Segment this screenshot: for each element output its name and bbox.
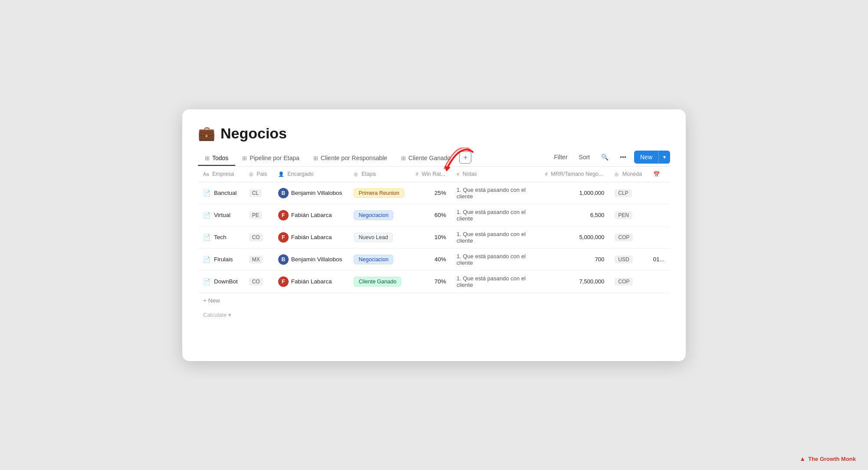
filter-label: Filter — [554, 154, 567, 161]
etapa-cell-4[interactable]: Cliente Ganado — [349, 270, 410, 293]
pais-cell-1[interactable]: PE — [244, 204, 273, 226]
moneda-badge: CLP — [615, 189, 631, 197]
mrr-cell-4[interactable]: 7,500,000 — [540, 270, 610, 293]
calculate-row[interactable]: Calculate ▾ — [198, 308, 670, 322]
pais-cell-2[interactable]: CO — [244, 226, 273, 248]
notas-cell-1[interactable]: 1. Que está pasando con el cliente — [451, 204, 540, 226]
table-row[interactable]: 📄 Virtual PE F Fabián Labarca Negociacio… — [198, 204, 670, 226]
encargado-avatar: F — [278, 276, 289, 287]
moneda-cell-2[interactable]: COP — [609, 226, 648, 248]
app-container: 💼 Negocios ⊞ Todos ⊞ Pipeline por Etapa … — [182, 109, 686, 361]
tab-todos-label: Todos — [212, 154, 228, 161]
mrr-value: 6,500 — [590, 212, 605, 218]
watermark-label: The Growth Monk — [808, 456, 856, 462]
new-button[interactable]: New ▾ — [634, 151, 670, 164]
pais-badge: CO — [249, 278, 263, 286]
add-view-button[interactable]: + — [459, 151, 471, 164]
empresa-cell-4[interactable]: 📄 DownBot — [198, 270, 244, 293]
winrate-cell-1[interactable]: 60% — [411, 204, 451, 226]
encargado-name: Benjamin Villalobos — [291, 190, 342, 196]
mrr-cell-2[interactable]: 5,000,000 — [540, 226, 610, 248]
etapa-cell-2[interactable]: Nuevo Lead — [349, 226, 410, 248]
etapa-cell-3[interactable]: Negociacion — [349, 248, 410, 270]
table-row[interactable]: 📄 DownBot CO F Fabián Labarca Cliente Ga… — [198, 270, 670, 293]
tab-todos-icon: ⊞ — [205, 155, 210, 161]
moneda-badge: COP — [615, 233, 633, 241]
empresa-cell-3[interactable]: 📄 Firulais — [198, 248, 244, 270]
moneda-badge: USD — [615, 256, 632, 263]
pais-cell-3[interactable]: MX — [244, 248, 273, 270]
encargado-avatar: B — [278, 254, 289, 265]
pais-col-icon: ◎ — [249, 171, 253, 177]
etapa-badge: Nuevo Lead — [354, 233, 392, 242]
notas-value: 1. Que está pasando con el cliente — [457, 187, 526, 200]
encargado-cell-2[interactable]: F Fabián Labarca — [273, 226, 349, 248]
empresa-value: Firulais — [214, 256, 233, 263]
empresa-cell-2[interactable]: 📄 Tech — [198, 226, 244, 248]
winrate-cell-3[interactable]: 40% — [411, 248, 451, 270]
company-doc-icon: 📄 — [203, 234, 210, 241]
moneda-cell-0[interactable]: CLP — [609, 182, 648, 204]
etapa-badge: Cliente Ganado — [354, 277, 401, 286]
etapa-badge: Primera Reunion — [354, 188, 404, 198]
tab-pipeline[interactable]: ⊞ Pipeline por Etapa — [235, 151, 306, 166]
tab-todos[interactable]: ⊞ Todos — [198, 151, 235, 166]
empresa-col-icon: Aa — [203, 171, 209, 177]
encargado-cell-0[interactable]: B Benjamin Villalobos — [273, 182, 349, 204]
mrr-cell-1[interactable]: 6,500 — [540, 204, 610, 226]
etapa-cell-1[interactable]: Negociacion — [349, 204, 410, 226]
pais-badge: PE — [249, 211, 262, 219]
moneda-cell-3[interactable]: USD — [609, 248, 648, 270]
winrate-value: 10% — [434, 234, 446, 240]
encargado-cell-4[interactable]: F Fabián Labarca — [273, 270, 349, 293]
winrate-cell-2[interactable]: 10% — [411, 226, 451, 248]
moneda-badge: PEN — [615, 211, 632, 219]
winrate-value: 60% — [434, 212, 446, 218]
notas-cell-3[interactable]: 1. Que está pasando con el cliente — [451, 248, 540, 270]
col-encargado: 👤 Encargado — [273, 167, 349, 182]
watermark: ▲ The Growth Monk — [799, 455, 856, 462]
col-mrr: # MRR/Tamano Nego... — [540, 167, 610, 182]
encargado-name: Fabián Labarca — [291, 234, 332, 240]
company-doc-icon: 📄 — [203, 190, 210, 197]
filter-button[interactable]: Filter — [550, 152, 571, 162]
etapa-cell-0[interactable]: Primera Reunion — [349, 182, 410, 204]
col-etapa: ◎ Etapa — [349, 167, 410, 182]
extra-value: 01... — [653, 256, 664, 263]
empresa-cell-0[interactable]: 📄 Banctual — [198, 182, 244, 204]
encargado-name: Fabián Labarca — [291, 212, 332, 218]
encargado-cell-3[interactable]: B Benjamin Villalobos — [273, 248, 349, 270]
mrr-value: 7,500,000 — [579, 278, 605, 285]
notas-cell-2[interactable]: 1. Que está pasando con el cliente — [451, 226, 540, 248]
encargado-name: Fabián Labarca — [291, 278, 332, 285]
table-row[interactable]: 📄 Firulais MX B Benjamin Villalobos Nego… — [198, 248, 670, 270]
mrr-col-label: MRR/Tamano Nego... — [551, 171, 603, 177]
extra-cell-3: 01... — [648, 248, 670, 270]
extra-cell-1 — [648, 204, 670, 226]
empresa-value: Virtual — [214, 212, 230, 218]
empresa-cell-1[interactable]: 📄 Virtual — [198, 204, 244, 226]
sort-label: Sort — [579, 154, 590, 161]
table-row[interactable]: 📄 Tech CO F Fabián Labarca Nuevo Lead 10… — [198, 226, 670, 248]
col-moneda: ◎ Moneda — [609, 167, 648, 182]
title-emoji: 💼 — [198, 125, 215, 141]
notas-cell-4[interactable]: 1. Que está pasando con el cliente — [451, 270, 540, 293]
encargado-cell-1[interactable]: F Fabián Labarca — [273, 204, 349, 226]
more-options-button[interactable]: ••• — [616, 152, 630, 162]
tab-cliente-resp-icon: ⊞ — [313, 155, 318, 161]
pais-cell-0[interactable]: CL — [244, 182, 273, 204]
col-extra: 📅 — [648, 167, 670, 182]
add-new-row[interactable]: + New — [198, 293, 670, 308]
moneda-cell-1[interactable]: PEN — [609, 204, 648, 226]
mrr-cell-3[interactable]: 700 — [540, 248, 610, 270]
search-button[interactable]: 🔍 — [598, 152, 612, 162]
winrate-cell-4[interactable]: 70% — [411, 270, 451, 293]
winrate-value: 70% — [434, 278, 446, 285]
moneda-cell-4[interactable]: COP — [609, 270, 648, 293]
empresa-value: DownBot — [214, 278, 238, 285]
tab-cliente-resp[interactable]: ⊞ Cliente por Responsable — [306, 151, 394, 166]
pais-cell-4[interactable]: CO — [244, 270, 273, 293]
notas-value: 1. Que está pasando con el cliente — [457, 209, 526, 222]
sort-button[interactable]: Sort — [575, 152, 594, 162]
mrr-cell-0[interactable]: 1,000,000 — [540, 182, 610, 204]
